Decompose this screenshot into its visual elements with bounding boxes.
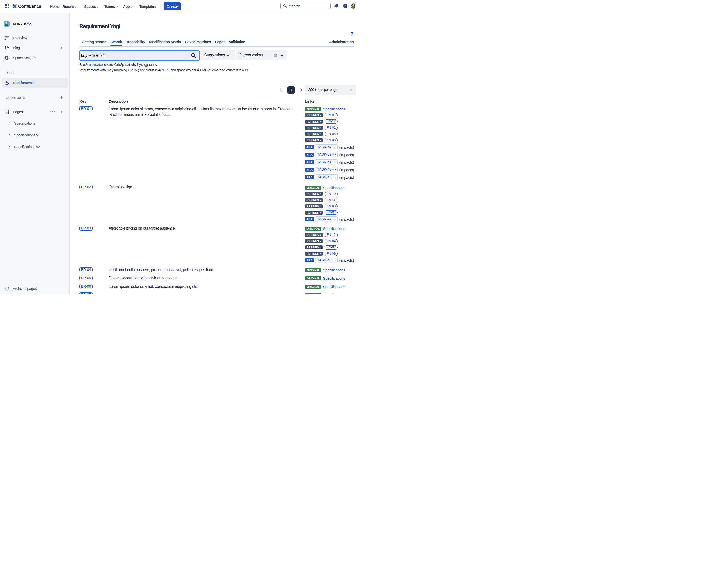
svg-text:?: ? bbox=[344, 4, 346, 7]
